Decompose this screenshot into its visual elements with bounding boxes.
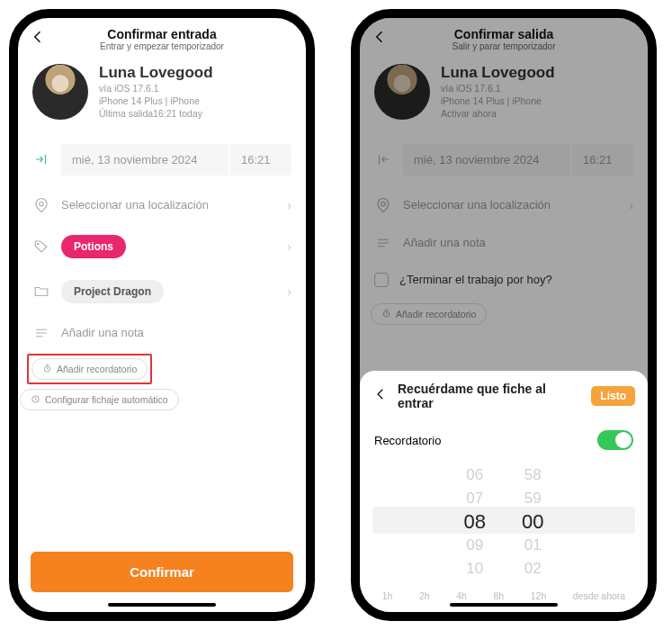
svg-point-4	[381, 202, 386, 206]
home-indicator	[450, 603, 558, 607]
login-arrow-icon	[32, 151, 50, 167]
header-title: Confirmar salida	[392, 27, 615, 41]
date-field[interactable]: mié, 13 noviembre 2024	[403, 144, 570, 176]
profile-meta: vía iOS 17.6.1	[99, 82, 213, 94]
folder-icon	[32, 284, 50, 300]
location-placeholder: Seleccionar una localización	[403, 198, 618, 212]
location-icon	[32, 197, 50, 213]
chevron-right-icon: ›	[629, 198, 633, 212]
header-title: Confirmar entrada	[50, 27, 273, 41]
phone-left: Confirmar entrada Entrar y empezar tempo…	[9, 9, 315, 621]
sheet-title: Recuérdame que fiche al entrar	[398, 382, 582, 410]
hour-column[interactable]: 06 07 08 09 10	[464, 464, 486, 580]
profile-meta: Activar ahora	[441, 107, 555, 120]
note-placeholder: Añadir una nota	[403, 236, 633, 249]
toggle-label: Recordatorio	[374, 434, 441, 447]
chip-label: Añadir recordatorio	[396, 309, 476, 320]
add-reminder-chip[interactable]: Añadir recordatorio	[31, 358, 148, 380]
home-indicator	[108, 603, 216, 607]
note-icon	[32, 325, 50, 341]
time-picker[interactable]: 06 07 08 09 10 58 59 00 01 02	[360, 459, 648, 581]
profile-meta: Última salida16:21 today	[99, 107, 213, 120]
location-row[interactable]: Seleccionar una localización ›	[18, 186, 306, 224]
chip-label: Añadir recordatorio	[57, 364, 137, 374]
finish-row[interactable]: ¿Terminar el trabajo por hoy?	[360, 262, 648, 298]
done-button[interactable]: Listo	[591, 386, 635, 406]
tag-row[interactable]: Potions ›	[18, 224, 306, 269]
profile: Luna Lovegood vía iOS 17.6.1 iPhone 14 P…	[18, 57, 306, 133]
tag-icon	[32, 238, 50, 255]
back-button[interactable]	[371, 28, 392, 50]
project-pill[interactable]: Project Dragon	[61, 280, 164, 303]
avatar	[32, 64, 88, 120]
finish-label: ¿Terminar el trabajo por hoy?	[399, 273, 633, 286]
note-row[interactable]: Añadir una nota	[18, 314, 306, 352]
preset-option[interactable]: 12h	[531, 590, 547, 601]
header: Confirmar entrada Entrar y empezar tempo…	[18, 18, 306, 57]
note-icon	[374, 235, 392, 251]
finish-checkbox[interactable]	[374, 273, 389, 287]
location-placeholder: Seleccionar una localización	[61, 198, 276, 212]
logout-arrow-icon	[374, 151, 392, 167]
location-row[interactable]: Seleccionar una localización ›	[360, 186, 648, 224]
profile-meta: iPhone 14 Plus | iPhone	[441, 94, 555, 107]
location-icon	[374, 197, 392, 213]
back-button[interactable]	[29, 28, 50, 50]
profile-meta: vía iOS 17.6.1	[441, 82, 555, 94]
time-field[interactable]: 16:21	[570, 144, 633, 176]
reminder-sheet: Recuérdame que fiche al entrar Listo Rec…	[360, 371, 648, 612]
preset-row: 1h 2h 4h 8h 12h desde ahora	[360, 581, 648, 616]
chevron-right-icon: ›	[287, 284, 291, 299]
preset-option[interactable]: 8h	[493, 590, 504, 601]
preset-option[interactable]: 1h	[382, 590, 393, 601]
time-field[interactable]: 16:21	[228, 144, 291, 176]
phone-right: Confirmar salida Salir y parar temporiza…	[351, 9, 657, 621]
chevron-right-icon: ›	[287, 239, 291, 254]
profile: Luna Lovegood vía iOS 17.6.1 iPhone 14 P…	[360, 57, 648, 133]
preset-option[interactable]: desde ahora	[573, 590, 625, 601]
avatar	[374, 64, 430, 120]
header-subtitle: Entrar y empezar temporizador	[50, 41, 273, 51]
confirm-button[interactable]: Confirmar	[31, 552, 293, 592]
datetime-row[interactable]: mié, 13 noviembre 2024 16:21	[360, 133, 648, 186]
minute-column[interactable]: 58 59 00 01 02	[522, 464, 543, 580]
preset-option[interactable]: 4h	[456, 590, 467, 601]
svg-point-0	[40, 202, 44, 206]
preset-option[interactable]: 2h	[419, 590, 430, 601]
profile-name: Luna Lovegood	[441, 64, 555, 82]
datetime-row[interactable]: mié, 13 noviembre 2024 16:21	[18, 133, 306, 186]
project-row[interactable]: Project Dragon ›	[18, 269, 306, 314]
reminder-toggle[interactable]	[597, 430, 633, 450]
chip-label: Configurar fichaje automático	[45, 394, 168, 405]
chevron-right-icon: ›	[287, 198, 291, 212]
sheet-back-button[interactable]	[372, 386, 389, 406]
profile-meta: iPhone 14 Plus | iPhone	[99, 94, 213, 107]
profile-name: Luna Lovegood	[99, 64, 213, 82]
add-reminder-chip[interactable]: Añadir recordatorio	[371, 303, 487, 325]
note-row[interactable]: Añadir una nota	[360, 224, 648, 262]
header: Confirmar salida Salir y parar temporiza…	[360, 18, 648, 57]
auto-clock-chip[interactable]: Configurar fichaje automático	[20, 389, 179, 410]
svg-point-1	[38, 243, 40, 245]
highlight-box: Añadir recordatorio	[27, 354, 152, 384]
note-placeholder: Añadir una nota	[61, 326, 291, 339]
header-subtitle: Salir y parar temporizador	[392, 41, 615, 51]
date-field[interactable]: mié, 13 noviembre 2024	[61, 144, 228, 176]
tag-pill[interactable]: Potions	[61, 235, 126, 258]
